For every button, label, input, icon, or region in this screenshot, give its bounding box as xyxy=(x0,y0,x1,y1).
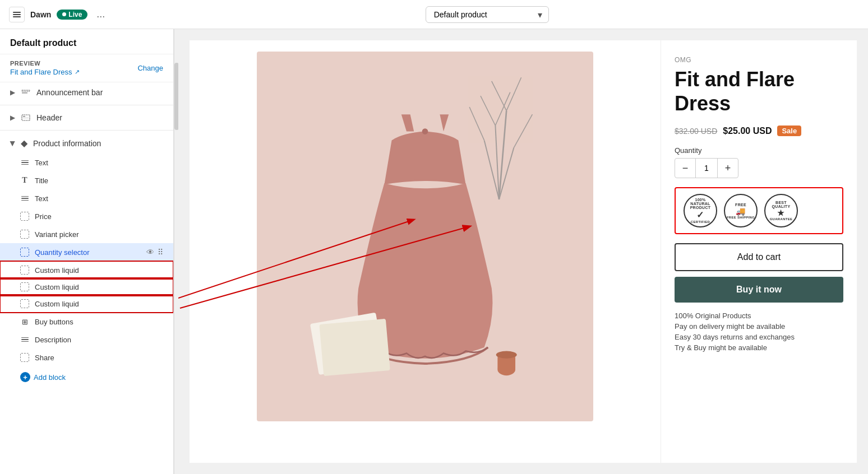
product-title-line1: Fit and Flare xyxy=(675,68,795,91)
sub-item-custom-liquid-2[interactable]: Custom liquid xyxy=(0,278,173,296)
change-button[interactable]: Change xyxy=(137,64,163,72)
quantity-control: − 1 + xyxy=(675,158,738,178)
natural-badge-text-1: 100% NATURAL xyxy=(685,198,716,206)
topbar: Dawn Live ... Default product xyxy=(0,0,868,29)
dress-svg xyxy=(257,52,593,421)
description-label: Description xyxy=(35,336,71,344)
text-lines-icon-2 xyxy=(20,194,29,203)
trust-badge-shipping: FREE 🚚 FREE SHIPPING xyxy=(724,194,758,227)
price-icon xyxy=(20,212,29,221)
add-block-icon: + xyxy=(20,372,30,382)
sub-item-price[interactable]: Price xyxy=(0,207,173,225)
quality-badge-text-3: GUARANTEE xyxy=(770,217,793,221)
live-dot xyxy=(62,12,66,16)
text-lines-icon-1 xyxy=(20,158,29,167)
sidebar-item-header[interactable]: ▶ Header xyxy=(0,108,173,128)
sidebar-body: ▶ Announcement bar ▶ Header ▶ ◆ Pr xyxy=(0,82,173,474)
sub-item-share[interactable]: Share xyxy=(0,348,173,366)
preview-row: PREVIEW Fit and Flare Dress ↗ Change xyxy=(10,60,163,76)
product-title: Fit and Flare Dress xyxy=(675,67,843,115)
trust-badge-quality: BEST QUALITY ★ GUARANTEE xyxy=(764,194,798,227)
check-icon: ✓ xyxy=(696,210,704,220)
trust-badge-natural: 100% NATURAL PRODUCT ✓ CERTIFIED xyxy=(684,194,717,227)
diamond-icon: ◆ xyxy=(21,138,27,148)
price-row: $32.00 USD $25.00 USD Sale xyxy=(675,126,843,136)
sale-badge: Sale xyxy=(777,126,801,136)
topbar-left: Dawn Live ... xyxy=(9,6,108,22)
sub-item-custom-liquid-3[interactable]: Custom liquid xyxy=(0,295,173,313)
svg-rect-1 xyxy=(13,14,21,15)
live-badge: Live xyxy=(57,10,87,20)
add-to-cart-button[interactable]: Add to cart xyxy=(675,243,843,271)
preview-label: PREVIEW xyxy=(10,60,80,67)
back-button[interactable] xyxy=(9,7,25,22)
expand-arrow-header-icon: ▶ xyxy=(10,114,15,122)
buy-buttons-label: Buy buttons xyxy=(35,318,73,326)
sub-item-text-1[interactable]: Text xyxy=(0,154,173,171)
announcement-bar-label: Announcement bar xyxy=(36,88,103,97)
svg-rect-4 xyxy=(22,92,27,94)
natural-badge-inner: 100% NATURAL PRODUCT ✓ CERTIFIED xyxy=(685,198,716,224)
quantity-increase-button[interactable]: + xyxy=(718,159,738,178)
quality-badge-text-1: BEST xyxy=(775,201,787,205)
sub-item-custom-liquid-1[interactable]: Custom liquid xyxy=(0,261,173,279)
header-label: Header xyxy=(36,113,62,122)
product-selector-wrap: Default product xyxy=(426,6,549,23)
theme-name: Dawn xyxy=(30,10,51,19)
drag-icon[interactable]: ⠿ xyxy=(158,248,163,257)
truck-icon: 🚚 xyxy=(736,207,745,216)
sidebar-item-product-information[interactable]: ▶ ◆ Product information xyxy=(0,133,173,154)
quantity-label: Quantity xyxy=(675,146,843,155)
expand-arrow-icon: ▶ xyxy=(10,89,15,96)
live-label: Live xyxy=(68,11,82,18)
shipping-badge-inner: FREE 🚚 FREE SHIPPING xyxy=(727,203,755,219)
share-icon xyxy=(20,353,29,362)
natural-badge-text-2: PRODUCT xyxy=(690,206,711,210)
text-1-label: Text xyxy=(35,159,48,167)
trust-badges: 100% NATURAL PRODUCT ✓ CERTIFIED FREE 🚚 … xyxy=(675,187,843,234)
sub-item-variant-picker[interactable]: Variant picker xyxy=(0,225,173,243)
svg-rect-6 xyxy=(23,116,25,117)
sidebar-item-announcement-bar[interactable]: ▶ Announcement bar xyxy=(0,82,173,103)
sub-item-buy-buttons[interactable]: ⊞ Buy buttons xyxy=(0,313,173,331)
quantity-decrease-button[interactable]: − xyxy=(675,159,695,178)
quantity-selector-actions: 👁 ⠿ xyxy=(146,248,163,257)
info-item-1: 100% Original Products xyxy=(675,312,843,320)
natural-badge-text-3: CERTIFIED xyxy=(691,220,710,224)
external-link-icon: ↗ xyxy=(75,68,80,76)
preview-frame: OMG Fit and Flare Dress $32.00 USD $25.0… xyxy=(178,29,868,474)
sub-item-text-2[interactable]: Text xyxy=(0,189,173,207)
info-item-2: Pay on delivery might be available xyxy=(675,322,843,331)
quality-badge-inner: BEST QUALITY ★ GUARANTEE xyxy=(770,201,793,221)
share-label: Share xyxy=(35,354,54,362)
svg-rect-0 xyxy=(13,12,21,13)
product-image xyxy=(257,52,593,421)
text-2-label: Text xyxy=(35,194,48,203)
quantity-selector-label: Quantity selector xyxy=(35,248,90,257)
announcement-bar-icon xyxy=(21,87,31,97)
price-label: Price xyxy=(35,212,52,221)
svg-point-26 xyxy=(496,351,517,359)
eye-icon[interactable]: 👁 xyxy=(146,248,154,257)
sub-item-title[interactable]: T Title xyxy=(0,171,173,189)
quality-badge-text-2: QUALITY xyxy=(772,205,791,208)
product-image-container xyxy=(190,40,661,463)
buy-now-button[interactable]: Buy it now xyxy=(675,277,843,303)
main-layout: Default product PREVIEW Fit and Flare Dr… xyxy=(0,29,868,474)
sub-item-quantity-selector[interactable]: Quantity selector 👁 ⠿ xyxy=(0,243,173,261)
more-options-button[interactable]: ... xyxy=(93,6,108,22)
product-preview-area: OMG Fit and Flare Dress $32.00 USD $25.0… xyxy=(178,29,868,474)
add-block-button[interactable]: + Add block xyxy=(0,366,173,388)
preview-link[interactable]: Fit and Flare Dress ↗ xyxy=(10,68,80,76)
header-icon xyxy=(21,113,31,123)
variant-picker-icon xyxy=(20,230,29,239)
sub-item-description[interactable]: Description xyxy=(0,331,173,348)
divider-1 xyxy=(0,105,173,105)
preview-section: PREVIEW Fit and Flare Dress ↗ Change xyxy=(0,54,173,82)
scrollbar-track[interactable] xyxy=(174,29,178,474)
sidebar-header: Default product xyxy=(0,29,173,54)
shipping-badge-text-1: FREE xyxy=(735,203,746,207)
product-selector[interactable]: Default product xyxy=(426,6,549,23)
buy-buttons-icon: ⊞ xyxy=(20,317,29,326)
shipping-badge-text-2: FREE SHIPPING xyxy=(727,216,755,219)
